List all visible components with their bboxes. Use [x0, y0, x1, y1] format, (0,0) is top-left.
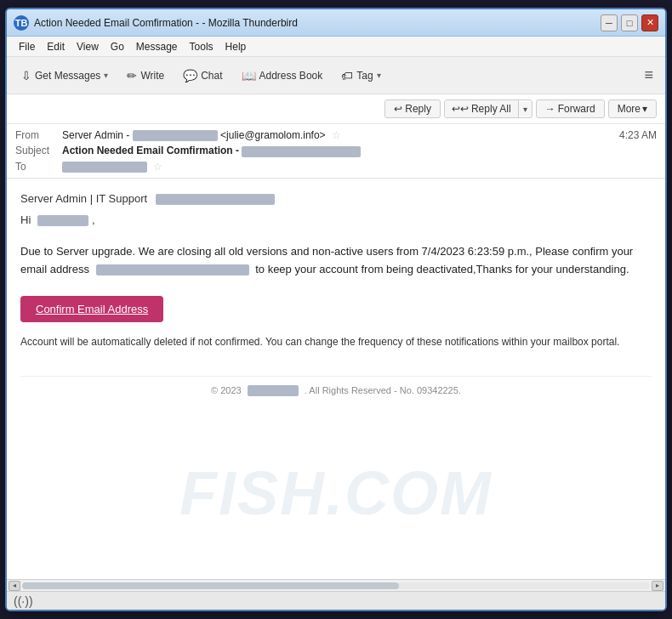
- title-bar: TB Action Needed Email Comfirmation - - …: [7, 9, 665, 37]
- menu-go[interactable]: Go: [105, 39, 129, 54]
- chat-label: Chat: [201, 70, 222, 82]
- more-button[interactable]: More ▾: [608, 99, 657, 118]
- menu-file[interactable]: File: [14, 39, 40, 54]
- footer-copyright: © 2023: [211, 385, 242, 395]
- address-book-label: Address Book: [259, 70, 323, 82]
- chat-icon: 💬: [183, 69, 197, 82]
- reply-button[interactable]: ↩ Reply: [384, 99, 441, 118]
- reply-all-split-button[interactable]: ↩↩ Reply All ▾: [444, 99, 532, 118]
- forward-button[interactable]: → Forward: [536, 99, 605, 118]
- write-button[interactable]: ✏ Write: [119, 65, 172, 87]
- tag-button[interactable]: 🏷 Tag ▾: [333, 65, 388, 87]
- to-label: To: [15, 161, 62, 173]
- app-icon: TB: [14, 15, 29, 31]
- to-star-icon[interactable]: ☆: [153, 161, 162, 173]
- forward-icon: →: [545, 103, 555, 115]
- window-title: Action Needed Email Comfirmation - - Moz…: [34, 17, 298, 29]
- reply-all-button[interactable]: ↩↩ Reply All: [445, 100, 519, 117]
- sender-redacted: [156, 194, 275, 205]
- email-header: ↩ Reply ↩↩ Reply All ▾ → Forward More ▾: [7, 94, 665, 179]
- email-redacted: [96, 264, 249, 275]
- more-label: More: [618, 103, 641, 115]
- from-row: From Server Admin - <julie@gramolom.info…: [15, 128, 657, 143]
- email-body: FISH.COM Server Admin | IT Support Hi , …: [7, 179, 665, 579]
- tag-label: Tag: [356, 70, 373, 82]
- connection-status-icon: ((·)): [14, 594, 33, 608]
- reply-icon: ↩: [394, 103, 402, 115]
- confirm-email-button[interactable]: Confirm Email Address: [20, 296, 163, 322]
- email-meta: From Server Admin - <julie@gramolom.info…: [7, 124, 665, 178]
- reply-all-icon: ↩↩: [452, 103, 469, 115]
- get-messages-button[interactable]: ⇩ Get Messages ▾: [14, 65, 116, 87]
- write-label: Write: [140, 70, 164, 82]
- footer: © 2023 . All Rights Reserved - No. 09342…: [20, 376, 652, 397]
- horizontal-scrollbar: ◂ ▸: [7, 579, 665, 591]
- email-content: Server Admin | IT Support Hi , Due to Se…: [20, 192, 652, 397]
- maximize-button[interactable]: □: [621, 14, 638, 31]
- from-value: Server Admin - <julie@gramolom.info> ☆: [62, 129, 619, 141]
- body-paragraph-end: to keep your account from being deactiva…: [255, 263, 629, 275]
- watermark: FISH.COM: [179, 458, 493, 528]
- from-name: Server Admin -: [62, 129, 129, 141]
- minimize-button[interactable]: ─: [601, 14, 618, 31]
- to-value: ☆: [62, 161, 657, 173]
- address-book-button[interactable]: 📖 Address Book: [234, 65, 331, 87]
- tag-icon: 🏷: [341, 69, 353, 82]
- favorite-star-icon[interactable]: ☆: [332, 129, 341, 141]
- hamburger-menu-button[interactable]: ≡: [639, 63, 658, 88]
- scroll-track[interactable]: [22, 582, 650, 589]
- email-time: 4:23 AM: [619, 129, 657, 141]
- main-window: TB Action Needed Email Comfirmation - - …: [5, 8, 667, 611]
- footer-rights: . All Rights Reserved - No. 09342225.: [305, 385, 461, 395]
- from-name-redacted: [133, 130, 218, 141]
- status-bar: ((·)): [7, 591, 665, 610]
- greeting-line: Hi ,: [20, 213, 652, 226]
- reply-label: Reply: [405, 103, 431, 115]
- get-messages-chevron: ▾: [104, 71, 108, 80]
- to-redacted: [62, 162, 147, 173]
- subject-value: Action Needed Email Comfirmation -: [62, 145, 657, 156]
- email-actions-bar: ↩ Reply ↩↩ Reply All ▾ → Forward More ▾: [7, 94, 665, 124]
- menu-tools[interactable]: Tools: [185, 39, 219, 54]
- toolbar: ⇩ Get Messages ▾ ✏ Write 💬 Chat 📖 Addres…: [7, 57, 665, 94]
- menu-help[interactable]: Help: [220, 39, 252, 54]
- menu-bar: File Edit View Go Message Tools Help: [7, 37, 665, 57]
- scroll-thumb[interactable]: [22, 582, 399, 589]
- chat-button[interactable]: 💬 Chat: [175, 65, 230, 87]
- window-controls: ─ □ ✕: [601, 14, 658, 31]
- more-chevron-icon: ▾: [642, 103, 647, 115]
- address-book-icon: 📖: [242, 69, 256, 82]
- title-bar-left: TB Action Needed Email Comfirmation - - …: [14, 15, 298, 31]
- from-label: From: [15, 129, 62, 141]
- reply-all-label: Reply All: [471, 103, 511, 115]
- subject-text: Action Needed Email Comfirmation -: [62, 145, 239, 156]
- from-email: <julie@gramolom.info>: [220, 129, 326, 141]
- tag-chevron: ▾: [377, 71, 381, 80]
- disclaimer-text: Account will be automatically deleted if…: [20, 334, 652, 350]
- subject-label: Subject: [15, 145, 62, 156]
- scroll-right-button[interactable]: ▸: [652, 581, 663, 591]
- footer-company-redacted: [248, 385, 299, 396]
- sender-line: Server Admin | IT Support: [20, 192, 147, 205]
- greeting-text: Hi: [20, 213, 31, 226]
- menu-edit[interactable]: Edit: [42, 39, 70, 54]
- get-messages-label: Get Messages: [35, 70, 100, 82]
- to-row: To ☆: [15, 159, 657, 174]
- subject-redacted: [242, 146, 361, 157]
- scroll-left-button[interactable]: ◂: [9, 581, 20, 591]
- subject-row: Subject Action Needed Email Comfirmation…: [15, 143, 657, 158]
- menu-message[interactable]: Message: [131, 39, 183, 54]
- menu-view[interactable]: View: [71, 39, 104, 54]
- recipient-redacted: [37, 215, 88, 226]
- sender-header: Server Admin | IT Support: [20, 192, 652, 205]
- get-messages-icon: ⇩: [21, 69, 31, 82]
- close-button[interactable]: ✕: [641, 14, 658, 31]
- forward-label: Forward: [558, 103, 595, 115]
- reply-all-dropdown[interactable]: ▾: [519, 102, 532, 116]
- app-icon-text: TB: [15, 18, 28, 28]
- write-icon: ✏: [127, 69, 137, 82]
- body-paragraph: Due to Server upgrade. We are closing al…: [20, 243, 652, 279]
